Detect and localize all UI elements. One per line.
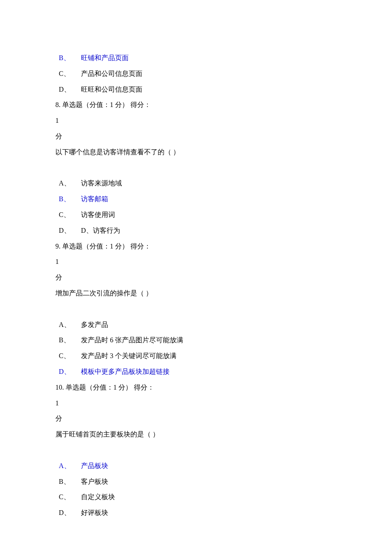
q10-header: 10. 单选题（分值：1 分） 得分： xyxy=(55,380,337,396)
option-letter: B、 xyxy=(59,50,81,66)
q7-option-b: B、旺铺和产品页面 xyxy=(55,50,337,66)
option-text: 产品和公司信息页面 xyxy=(81,70,142,77)
q8-option-b: B、访客邮箱 xyxy=(55,191,337,207)
option-text: 旺旺和公司信息页面 xyxy=(81,86,142,93)
q10-stem: 属于旺铺首页的主要板块的是（ ） xyxy=(55,427,337,442)
q10-option-b: B、客户板块 xyxy=(55,474,337,490)
option-letter: A、 xyxy=(59,317,81,333)
blank-line xyxy=(55,160,337,176)
option-letter: A、 xyxy=(59,176,81,191)
option-text: 产品板块 xyxy=(81,462,108,469)
q10-score-num: 1 xyxy=(55,396,337,411)
option-letter: D、 xyxy=(59,82,81,98)
option-letter: B、 xyxy=(59,191,81,207)
q9-option-b: B、发产品时 6 张产品图片尽可能放满 xyxy=(55,332,337,348)
option-letter: D、 xyxy=(59,223,81,239)
q9-score-unit: 分 xyxy=(55,270,337,286)
option-text: 自定义板块 xyxy=(81,493,115,500)
blank-line xyxy=(55,442,337,458)
option-text: 客户板块 xyxy=(81,478,108,485)
q9-score-num: 1 xyxy=(55,254,337,270)
q8-score-unit: 分 xyxy=(55,129,337,145)
option-letter: C、 xyxy=(59,207,81,223)
option-letter: C、 xyxy=(59,348,81,364)
q7-option-c: C、产品和公司信息页面 xyxy=(55,66,337,82)
option-text: 发产品时 3 个关键词尽可能放满 xyxy=(81,352,176,359)
option-letter: C、 xyxy=(59,489,81,505)
option-text: 多发产品 xyxy=(81,321,108,328)
option-text: 旺铺和产品页面 xyxy=(81,54,129,61)
q8-option-d: D、D、访客行为 xyxy=(55,223,337,239)
q8-option-a: A、访客来源地域 xyxy=(55,176,337,191)
q10-option-d: D、好评板块 xyxy=(55,505,337,521)
option-text: 发产品时 6 张产品图片尽可能放满 xyxy=(81,336,183,344)
q8-score-num: 1 xyxy=(55,113,337,129)
option-letter: B、 xyxy=(59,332,81,348)
q7-option-d: D、旺旺和公司信息页面 xyxy=(55,82,337,98)
option-letter: D、 xyxy=(59,364,81,380)
blank-line xyxy=(55,301,337,317)
option-text: 访客邮箱 xyxy=(81,195,108,202)
option-letter: A、 xyxy=(59,458,81,474)
q10-option-a: A、产品板块 xyxy=(55,458,337,474)
option-letter: B、 xyxy=(59,474,81,490)
q8-header: 8. 单选题（分值：1 分） 得分： xyxy=(55,97,337,113)
option-text: D、访客行为 xyxy=(81,227,120,234)
option-text: 访客来源地域 xyxy=(81,179,122,187)
q8-option-c: C、访客使用词 xyxy=(55,207,337,223)
q9-header: 9. 单选题（分值：1 分） 得分： xyxy=(55,239,337,254)
q9-option-a: A、多发产品 xyxy=(55,317,337,333)
q9-stem: 增加产品二次引流的操作是（ ） xyxy=(55,286,337,301)
option-letter: D、 xyxy=(59,505,81,521)
option-letter: C、 xyxy=(59,66,81,82)
q9-option-c: C、发产品时 3 个关键词尽可能放满 xyxy=(55,348,337,364)
q10-option-c: C、自定义板块 xyxy=(55,489,337,505)
option-text: 模板中更多产品板块加超链接 xyxy=(81,368,170,375)
q10-score-unit: 分 xyxy=(55,411,337,427)
option-text: 访客使用词 xyxy=(81,211,115,218)
q9-option-d: D、模板中更多产品板块加超链接 xyxy=(55,364,337,380)
q8-stem: 以下哪个信息是访客详情查看不了的（ ） xyxy=(55,145,337,160)
option-text: 好评板块 xyxy=(81,509,108,516)
